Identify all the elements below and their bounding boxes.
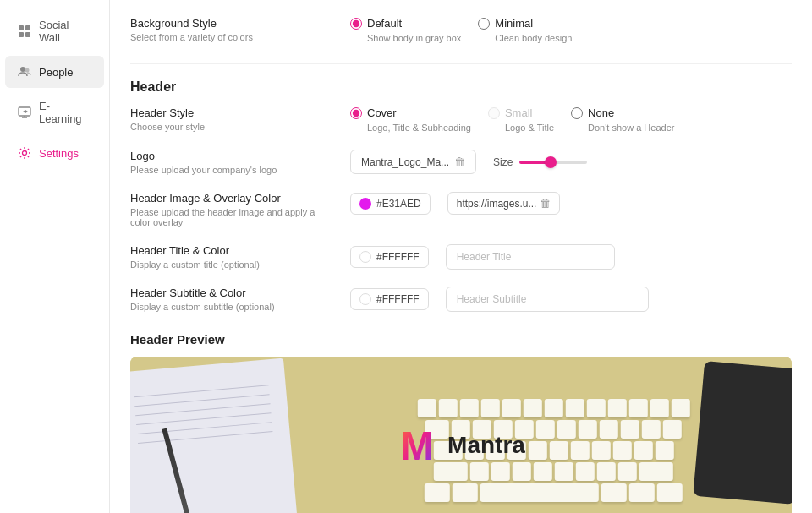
key (459, 399, 478, 417)
header-style-cover-radio[interactable] (350, 107, 362, 119)
header-subtitle-label: Header Subtitle & Color Display a custom… (130, 287, 333, 312)
notebook-decoration (130, 358, 298, 513)
header-style-controls: Cover Logo, Title & Subheading Small Log… (350, 106, 674, 133)
mantra-m-logo: M (397, 424, 439, 467)
svg-rect-3 (25, 32, 30, 37)
key (570, 441, 589, 460)
background-style-row: Background Style Select from a variety o… (130, 17, 792, 43)
logo-upload-button[interactable]: Mantra_Logo_Ma... 🗑 (350, 150, 476, 174)
key (591, 441, 610, 460)
header-image-url-text: https://images.u... (457, 198, 537, 210)
header-subtitle-desc: Display a custom subtitle (optional) (130, 302, 333, 312)
header-style-label: Header Style Choose your style (130, 106, 333, 132)
svg-point-5 (25, 68, 30, 73)
logo-trash-icon[interactable]: 🗑 (454, 156, 465, 168)
header-style-none-radio[interactable] (571, 107, 583, 119)
sidebar-item-social-wall[interactable]: Social Wall (5, 10, 104, 52)
keyboard-row-1 (322, 399, 785, 417)
header-title-color-picker[interactable]: #FFFFFF (350, 246, 429, 268)
key (579, 420, 597, 439)
size-control: Size (493, 156, 587, 168)
key (502, 399, 520, 417)
header-image-url-trash[interactable]: 🗑 (540, 197, 551, 210)
header-subtitle-controls: #FFFFFF (350, 287, 649, 312)
keyboard-row-5 (322, 483, 785, 502)
header-image-row: Header Image & Overlay Color Please uplo… (130, 192, 792, 227)
header-style-small-radio[interactable] (488, 107, 500, 119)
sidebar-label-people: People (39, 66, 73, 79)
key (663, 420, 682, 439)
key (523, 399, 541, 417)
header-title-controls: #FFFFFF (350, 244, 615, 270)
header-title-section-title: Header Title & Color (130, 244, 333, 257)
header-subtitle-color-picker[interactable]: #FFFFFF (350, 288, 429, 310)
bg-style-default-radio[interactable] (350, 18, 362, 30)
sidebar-item-elearning[interactable]: E-Learning (5, 91, 104, 134)
preview-bg: M Mantra (130, 357, 792, 513)
key (557, 420, 576, 439)
bg-style-minimal-label: Minimal (495, 17, 533, 30)
overlay-color-value: #E31AED (376, 198, 421, 210)
size-slider[interactable] (519, 161, 587, 164)
key (607, 399, 626, 417)
bg-style-minimal-radio[interactable] (478, 18, 490, 30)
header-subtitle-row: Header Subtitle & Color Display a custom… (130, 287, 792, 312)
key (628, 399, 647, 417)
main-content: Background Style Select from a variety o… (110, 0, 812, 513)
header-preview-image: M Mantra (130, 357, 792, 513)
keyboard-row-2 (322, 420, 785, 439)
key (612, 441, 631, 460)
header-section: Header Header Style Choose your style Co… (130, 79, 792, 312)
key (618, 462, 637, 481)
logo-desc: Please upload your company's logo (130, 165, 333, 175)
key (417, 399, 436, 417)
background-style-desc: Select from a variety of colors (130, 32, 333, 42)
sidebar-item-people[interactable]: People (5, 56, 104, 88)
bg-style-default-label: Default (367, 17, 402, 30)
key (555, 462, 573, 481)
header-style-none-sublabel: Don't show a Header (588, 123, 674, 133)
header-overlay-color-picker[interactable]: #E31AED (350, 193, 431, 215)
sidebar-item-settings[interactable]: Settings (5, 137, 104, 169)
header-title-text-input[interactable] (446, 244, 615, 270)
key (565, 399, 584, 417)
sidebar-label-elearning: E-Learning (39, 100, 92, 125)
svg-rect-0 (19, 25, 24, 30)
header-image-url-input[interactable]: https://images.u... 🗑 (447, 192, 561, 215)
social-wall-icon (17, 24, 32, 39)
header-style-small-option: Small Logo & Title (488, 106, 554, 133)
key (639, 462, 673, 481)
header-style-cover-label: Cover (367, 106, 397, 119)
header-subtitle-text-input[interactable] (446, 287, 649, 312)
key (629, 483, 655, 502)
key (536, 420, 555, 439)
key (534, 462, 552, 481)
svg-rect-1 (25, 25, 30, 30)
header-image-controls: #E31AED https://images.u... 🗑 (350, 192, 560, 215)
header-title-color-value: #FFFFFF (376, 251, 420, 263)
header-subtitle-color-value: #FFFFFF (376, 293, 420, 305)
header-title-color-dot (359, 251, 371, 263)
logo-controls: Mantra_Logo_Ma... 🗑 Size (350, 150, 587, 174)
svg-text:M: M (400, 424, 433, 467)
people-icon (17, 64, 32, 79)
key (621, 420, 639, 439)
header-preview-section: Header Preview (130, 332, 792, 513)
logo-label: Logo Please upload your company's logo (130, 150, 333, 175)
background-style-section: Background Style Select from a variety o… (130, 17, 792, 43)
settings-icon (17, 145, 32, 161)
bg-style-minimal-sublabel: Clean body design (495, 33, 572, 43)
background-style-label: Background Style Select from a variety o… (130, 17, 333, 42)
key (576, 462, 595, 481)
key (655, 441, 673, 460)
key (642, 420, 661, 439)
key (586, 399, 605, 417)
key (600, 420, 618, 439)
header-section-title: Header (130, 79, 792, 95)
header-style-cover-sublabel: Logo, Title & Subheading (367, 123, 471, 133)
header-title-desc: Display a custom title (optional) (130, 259, 333, 270)
header-style-small-sublabel: Logo & Title (505, 123, 554, 133)
keyboard-decoration (322, 399, 785, 513)
key (425, 483, 450, 502)
sidebar-label-social-wall: Social Wall (39, 19, 92, 44)
